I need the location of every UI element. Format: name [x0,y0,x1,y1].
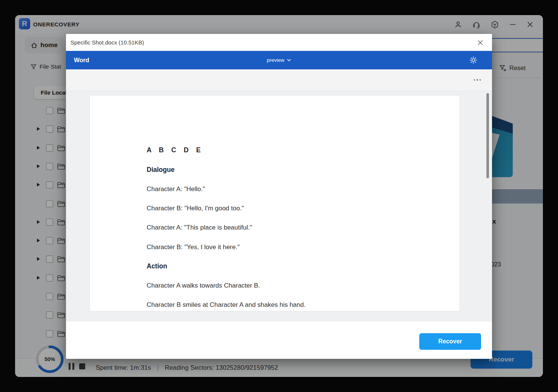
preview-scrollbar-thumb[interactable] [486,93,489,178]
doc-text-line: Character B smiles at Character A and sh… [147,301,305,309]
doc-text-line: Character A: "Hello." [147,185,205,193]
app-window: R ONERECOVERY [15,15,543,377]
recover-button-modal[interactable]: Recover [419,333,481,350]
doc-text-line: Character A: "This place is beautiful." [147,224,252,231]
modal-file-title: Specific Shot.docx (10.51KB) [71,39,144,46]
doc-text-line: Character B: "Yes, I love it here." [147,243,240,251]
doc-text-line: Character B: "Hello, I'm good too." [147,205,244,212]
doc-text-line: Character A walks towards Character B. [147,282,260,289]
doc-heading: A B C D E [147,146,201,154]
preview-mode-label: preview [267,57,285,63]
preview-toolbar [66,69,492,91]
close-icon [477,39,484,46]
preview-content-area: A B C D E Dialogue Character A: "Hello."… [66,91,492,322]
chevron-down-icon [287,59,291,62]
doc-section-title: Action [147,262,167,270]
doc-section-title: Dialogue [147,166,175,174]
settings-gear-icon[interactable] [469,56,477,64]
preview-mode-dropdown[interactable]: preview [66,51,492,69]
more-options-icon[interactable] [474,79,481,81]
modal-close-button[interactable] [475,38,485,47]
modal-footer: Recover [66,322,492,359]
modal-format-bar: Word preview [66,51,492,69]
preview-modal: Specific Shot.docx (10.51KB) Word previe… [66,34,492,359]
modal-header: Specific Shot.docx (10.51KB) [66,34,492,51]
document-page: A B C D E Dialogue Character A: "Hello."… [89,95,460,311]
